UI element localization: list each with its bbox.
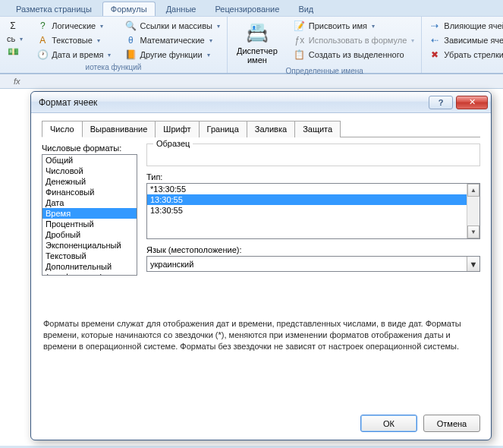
locale-dropdown-button[interactable]: ▼ (467, 257, 479, 271)
logical-icon: ? (36, 20, 49, 32)
remove-arrows-icon: ✖ (429, 49, 441, 61)
format-item[interactable]: Время (42, 208, 137, 219)
sample-label: Образец (153, 139, 193, 148)
type-listbox[interactable]: *13:30:5513:30:5513:30:55 ▲ ▼ (146, 183, 480, 239)
close-icon: ✕ (469, 97, 476, 107)
type-item[interactable]: 13:30:55 (147, 205, 467, 216)
format-item[interactable]: Дата (42, 197, 137, 208)
clock-icon: 🕐 (36, 49, 49, 61)
locale-label: Язык (местоположение): (146, 245, 480, 254)
format-item[interactable]: (все форматы) (42, 272, 137, 276)
btn-datetime[interactable]: 🕐Дата и время▾ (34, 48, 113, 62)
format-item[interactable]: Общий (42, 155, 137, 166)
format-item[interactable]: Денежный (42, 176, 137, 187)
btn-define-name[interactable]: 📝Присвоить имя▾ (291, 19, 417, 33)
tab-font[interactable]: Шрифт (155, 121, 199, 137)
tab-fill[interactable]: Заливка (247, 121, 295, 137)
more-icon: 📙 (124, 49, 137, 61)
btn-truncated[interactable]: Σ (5, 19, 25, 33)
btn-create-selection[interactable]: 📋Создать из выделенного (291, 48, 417, 62)
ribbon-tab-view[interactable]: Вид (290, 2, 322, 16)
ribbon-tab-layout[interactable]: Разметка страницы (8, 2, 100, 16)
btn-truncated2[interactable]: сь▾ (5, 33, 25, 44)
locale-input[interactable] (147, 257, 467, 271)
trace-dep-icon: ⇠ (429, 34, 441, 46)
ribbon-tab-formulas[interactable]: Формулы (102, 2, 156, 16)
math-icon: θ (124, 34, 137, 46)
btn-logical[interactable]: ?Логические▾ (34, 19, 113, 33)
btn-use-formula: ƒxИспользовать в формуле▾ (291, 33, 417, 47)
type-item[interactable]: 13:30:55 (147, 194, 467, 205)
format-item[interactable]: Процентный (42, 219, 137, 229)
btn-truncated3[interactable]: 💵 (5, 45, 25, 58)
group-title-lib: иотека функций (5, 62, 222, 71)
ribbon-tab-data[interactable]: Данные (158, 2, 205, 16)
dialog-title: Формат ячеек (39, 97, 429, 108)
btn-trace-precedents[interactable]: ⇢Влияющие ячейки (426, 19, 503, 33)
btn-text[interactable]: AТекстовые▾ (34, 33, 113, 47)
ok-button[interactable]: ОК (360, 415, 417, 432)
type-item[interactable]: *13:30:55 (147, 184, 467, 194)
name-manager-icon: 📇 (245, 21, 269, 45)
tab-number[interactable]: Число (42, 121, 83, 137)
trace-prec-icon: ⇢ (429, 20, 441, 32)
type-label: Тип: (146, 172, 480, 181)
tab-protection[interactable]: Защита (294, 121, 341, 137)
scroll-up-button[interactable]: ▲ (467, 184, 479, 197)
fx-icon: ƒx (294, 34, 306, 46)
lookup-icon: 🔍 (124, 20, 137, 32)
create-sel-icon: 📋 (294, 49, 306, 61)
format-item[interactable]: Текстовый (42, 251, 137, 261)
format-item[interactable]: Экспоненциальный (42, 240, 137, 251)
tab-border[interactable]: Граница (199, 121, 247, 137)
format-item[interactable]: Финансовый (42, 187, 137, 197)
tab-alignment[interactable]: Выравнивание (82, 121, 156, 137)
ribbon-tab-review[interactable]: Рецензирование (206, 2, 288, 16)
btn-remove-arrows[interactable]: ✖Убрать стрелки▾ (426, 48, 503, 62)
formula-bar-label: fx (14, 77, 20, 86)
format-item[interactable]: Числовой (42, 166, 137, 176)
btn-more[interactable]: 📙Другие функции▾ (122, 48, 222, 62)
formats-label: Числовые форматы: (42, 144, 137, 153)
format-item[interactable]: Дополнительный (42, 261, 137, 272)
close-button[interactable]: ✕ (456, 96, 488, 109)
cancel-button[interactable]: Отмена (423, 415, 480, 432)
scroll-down-button[interactable]: ▼ (467, 226, 479, 238)
text-icon: A (36, 34, 49, 46)
btn-lookup[interactable]: 🔍Ссылки и массивы▾ (122, 19, 222, 33)
btn-trace-dependents[interactable]: ⇠Зависимые ячейки (426, 33, 503, 47)
sum-icon: Σ (7, 20, 19, 32)
description-text: Форматы времени служат для отображения д… (42, 318, 480, 352)
help-icon: ? (439, 98, 444, 107)
define-name-icon: 📝 (294, 20, 306, 32)
help-button[interactable]: ? (429, 96, 453, 109)
type-scrollbar[interactable]: ▲ ▼ (467, 184, 479, 238)
chevron-down-icon: ▼ (470, 260, 478, 269)
btn-name-manager[interactable]: 📇 Диспетчер имен (232, 19, 282, 66)
format-item[interactable]: Дробный (42, 229, 137, 240)
group-title-audit (426, 71, 503, 71)
btn-math[interactable]: θМатематические▾ (122, 33, 222, 47)
group-title-names: Определенные имена (232, 66, 417, 75)
format-cells-dialog: Формат ячеек ? ✕ Число Выравнивание Шриф… (30, 91, 492, 440)
finance-icon: 💵 (7, 46, 19, 58)
formats-listbox[interactable]: ОбщийЧисловойДенежныйФинансовыйДатаВремя… (42, 154, 137, 276)
locale-combo[interactable]: ▼ (146, 256, 480, 272)
